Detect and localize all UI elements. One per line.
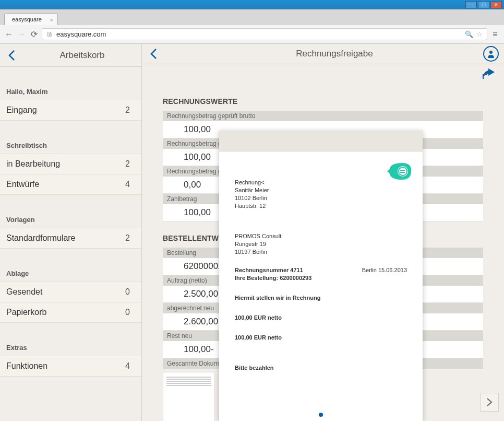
main-header: Rechnungsfreigabe: [142, 44, 504, 64]
reload-icon[interactable]: ⟳: [29, 30, 39, 39]
hamburger-icon[interactable]: ≡: [490, 30, 500, 39]
sidebar-item-label: in Bearbeitung: [6, 159, 60, 169]
doc-date: Berlin 15.06.2013: [362, 267, 407, 273]
nav-back-icon[interactable]: ←: [4, 30, 14, 39]
svg-point-0: [489, 51, 493, 54]
sidebar-item-count: 2: [125, 106, 130, 115]
document-thumbnail[interactable]: [163, 372, 215, 421]
euro-logo-icon: [386, 162, 412, 178]
doc-line: Rungestr 19: [235, 241, 407, 247]
doc-line: 10102 Berlin: [235, 195, 407, 201]
doc-line: Hauptstr. 12: [235, 203, 407, 209]
sidebar-item-count: 2: [125, 233, 130, 243]
nav-forward-icon[interactable]: →: [17, 30, 26, 39]
greeting-label: Hallo, Maxim: [0, 77, 141, 100]
page-icon: 🗎: [46, 30, 53, 38]
doc-pay: Bitte bezahlen: [235, 365, 274, 371]
sidebar-item-count: 4: [125, 361, 130, 371]
sidebar-header: Arbeitskorb: [0, 44, 141, 67]
doc-amount-line: 100,00 EUR netto: [235, 314, 282, 321]
browser-tab[interactable]: easysquare ×: [4, 13, 58, 25]
sidebar-back-icon[interactable]: [0, 50, 23, 61]
doc-line: Rechnung<: [235, 179, 407, 185]
doc-line: PROMOS Consult: [235, 233, 407, 239]
main-title: Rechnungsfreigabe: [165, 49, 504, 59]
section-label-vorlagen: Vorlagen: [0, 195, 141, 228]
tab-close-icon[interactable]: ×: [50, 17, 53, 23]
sidebar-item-label: Papierkorb: [6, 308, 46, 317]
sidebar: Arbeitskorb Hallo, Maxim Eingang 2 Schre…: [0, 44, 142, 421]
document-preview-overlay: Rechnung< Sanitär Meier 10102 Berlin Hau…: [219, 131, 423, 421]
sidebar-item-label: Entwürfe: [6, 180, 39, 189]
sidebar-item-in-bearbeitung[interactable]: in Bearbeitung 2: [0, 154, 141, 174]
sidebar-item-count: 2: [125, 159, 130, 169]
sidebar-item-label: Funktionen: [6, 361, 47, 371]
section-label-extras: Extras: [0, 323, 141, 356]
document-pager: [219, 408, 423, 421]
doc-amount-line: 100,00 EUR netto: [235, 334, 282, 341]
sidebar-item-entwuerfe[interactable]: Entwürfe 4: [0, 174, 141, 195]
sidebar-item-standardformulare[interactable]: Standardformulare 2: [0, 228, 141, 249]
doc-intro: Hiermit stellen wir in Rechnung: [235, 295, 320, 301]
window-close-button[interactable]: ✕: [490, 1, 502, 8]
doc-order-ref: Ihre Bestellung: 6200000293: [235, 275, 311, 281]
browser-tab-title: easysquare: [12, 16, 42, 22]
window-maximize-button[interactable]: ☐: [478, 1, 489, 8]
window-minimize-button[interactable]: —: [465, 1, 477, 8]
sidebar-title: Arbeitskorb: [23, 50, 141, 61]
sidebar-item-count: 0: [125, 287, 130, 297]
section-label-schreibtisch: Schreibtisch: [0, 121, 141, 154]
sidebar-item-label: Eingang: [6, 106, 37, 115]
browser-toolbar: ← → ⟳ 🗎 easysquare.com 🔍 ☆ ≡: [0, 25, 504, 44]
field-label: Rechnungsbetrag geprüft brutto: [163, 111, 483, 121]
share-icon[interactable]: [481, 68, 495, 80]
section-rechnungswerte: RECHNUNGSWERTE: [163, 85, 483, 111]
doc-invoice-number: Rechnungsnummer 4711: [235, 267, 303, 273]
document-preview-header[interactable]: [219, 131, 423, 151]
sidebar-item-funktionen[interactable]: Funktionen 4: [0, 356, 141, 377]
next-button[interactable]: [480, 393, 499, 412]
url-text: easysquare.com: [56, 30, 106, 38]
address-bar[interactable]: 🗎 easysquare.com 🔍 ☆: [42, 28, 487, 40]
sidebar-item-label: Gesendet: [6, 287, 42, 297]
window-titlebar: — ☐ ✕: [0, 0, 504, 9]
doc-line: Sanitär Meier: [235, 187, 407, 193]
sidebar-body: Hallo, Maxim Eingang 2 Schreibtisch in B…: [0, 67, 141, 377]
sidebar-item-count: 0: [125, 308, 130, 317]
sidebar-item-papierkorb[interactable]: Papierkorb 0: [0, 302, 141, 323]
document-preview-body: Rechnung< Sanitär Meier 10102 Berlin Hau…: [219, 151, 423, 408]
doc-line: 10197 Berlin: [235, 249, 407, 255]
zoom-icon[interactable]: 🔍: [465, 30, 473, 38]
sidebar-item-label: Standardformulare: [6, 233, 76, 243]
page-dot-icon[interactable]: [319, 413, 323, 417]
sidebar-item-count: 4: [125, 180, 130, 189]
sidebar-item-gesendet[interactable]: Gesendet 0: [0, 282, 141, 302]
section-label-ablage: Ablage: [0, 249, 141, 282]
profile-icon[interactable]: [483, 46, 499, 62]
main-back-icon[interactable]: [142, 48, 165, 60]
sidebar-item-eingang[interactable]: Eingang 2: [0, 100, 141, 121]
browser-tabstrip: easysquare ×: [0, 9, 504, 25]
action-bar: [142, 64, 504, 85]
bookmark-star-icon[interactable]: ☆: [476, 30, 483, 38]
